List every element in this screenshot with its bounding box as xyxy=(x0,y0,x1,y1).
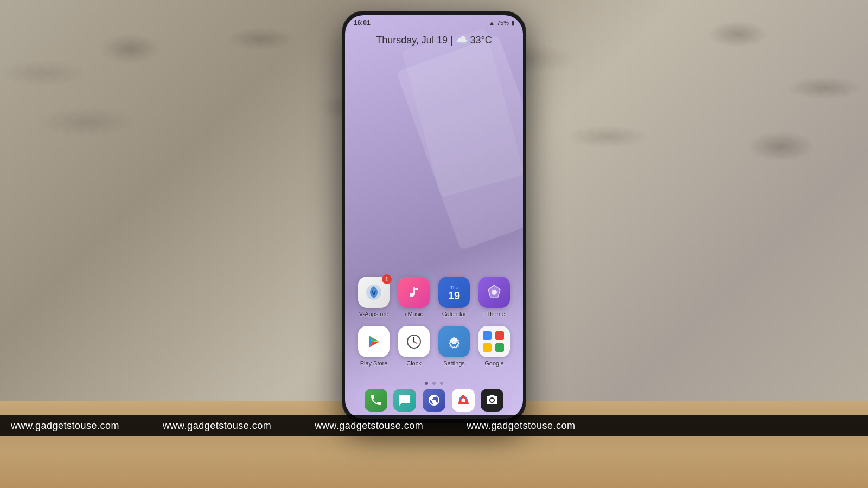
app-row-2: Play Store Clock xyxy=(354,326,514,367)
dock-browser[interactable] xyxy=(423,389,445,412)
app-calendar[interactable]: Thu 19 Calendar xyxy=(435,277,473,317)
app-itheme[interactable]: i Theme xyxy=(475,277,513,317)
dot-2[interactable] xyxy=(432,382,436,385)
google-icon-br xyxy=(495,343,504,352)
itheme-icon[interactable] xyxy=(478,277,510,308)
svg-point-10 xyxy=(413,341,415,343)
imusic-label: i Music xyxy=(405,311,423,317)
google-label: Google xyxy=(484,360,503,367)
clock-label: Clock xyxy=(406,360,422,367)
watermark-text-4: www.gadgetstouse.com xyxy=(467,420,575,432)
dock-messages[interactable] xyxy=(393,389,416,412)
watermark-text-3: www.gadgetstouse.com xyxy=(315,420,423,432)
dot-1[interactable] xyxy=(425,382,428,385)
calendar-date: 19 xyxy=(448,290,460,301)
app-clock[interactable]: Clock xyxy=(395,326,433,367)
battery-icon: ▮ xyxy=(511,20,514,27)
app-imusic[interactable]: i Music xyxy=(395,277,433,317)
google-icon-tl xyxy=(483,331,492,340)
watermark-bar: www.gadgetstouse.com www.gadgetstouse.co… xyxy=(0,415,868,436)
vappstore-label: V-Appstore xyxy=(359,311,388,317)
settings-label: Settings xyxy=(443,360,465,367)
dot-3[interactable] xyxy=(440,382,443,385)
settings-icon[interactable] xyxy=(438,326,470,357)
itheme-label: i Theme xyxy=(483,311,505,317)
app-grid: v 1 V-Appstore xyxy=(345,277,523,375)
google-icon[interactable] xyxy=(478,326,510,357)
svg-rect-3 xyxy=(413,287,415,295)
vappstore-icon[interactable]: v 1 xyxy=(358,277,390,308)
google-icon-tr xyxy=(495,331,504,340)
svg-point-2 xyxy=(410,293,414,297)
app-vappstore[interactable]: v 1 V-Appstore xyxy=(355,277,393,317)
date-widget: Thursday, Jul 19 | ☁️ 33°C xyxy=(345,34,523,46)
battery-text: 75% xyxy=(497,20,509,26)
wifi-icon: ▲ xyxy=(489,20,495,26)
watermark-text-2: www.gadgetstouse.com xyxy=(163,420,271,432)
app-google[interactable]: Google xyxy=(475,326,513,367)
watermark-text-1: www.gadgetstouse.com xyxy=(11,420,119,432)
app-playstore[interactable]: Play Store xyxy=(355,326,393,367)
playstore-icon[interactable] xyxy=(358,326,390,357)
imusic-icon[interactable] xyxy=(398,277,430,308)
status-bar: 16:01 ▲ 75% ▮ xyxy=(345,15,523,30)
dock xyxy=(356,386,512,414)
calendar-icon[interactable]: Thu 19 xyxy=(438,277,470,308)
phone-screen: 16:01 ▲ 75% ▮ Thursday, Jul 19 | ☁️ 33°C xyxy=(345,15,523,419)
dock-phone[interactable] xyxy=(365,389,387,412)
dock-chrome[interactable] xyxy=(452,389,475,412)
clock-icon[interactable] xyxy=(398,326,430,357)
app-row-1: v 1 V-Appstore xyxy=(354,277,514,317)
calendar-label: Calendar xyxy=(442,311,467,317)
svg-point-14 xyxy=(461,399,465,402)
google-icon-bl xyxy=(483,343,492,352)
dock-camera[interactable] xyxy=(481,389,503,412)
svg-point-6 xyxy=(492,290,497,295)
svg-text:v: v xyxy=(372,288,376,297)
page-dots xyxy=(345,382,523,385)
phone-body: 16:01 ▲ 75% ▮ Thursday, Jul 19 | ☁️ 33°C xyxy=(342,11,526,423)
vappstore-badge: 1 xyxy=(382,274,392,284)
app-settings[interactable]: Settings xyxy=(435,326,473,367)
playstore-label: Play Store xyxy=(360,360,388,367)
svg-rect-4 xyxy=(415,288,418,290)
status-time: 16:01 xyxy=(354,19,371,27)
status-icons: ▲ 75% ▮ xyxy=(489,20,514,27)
